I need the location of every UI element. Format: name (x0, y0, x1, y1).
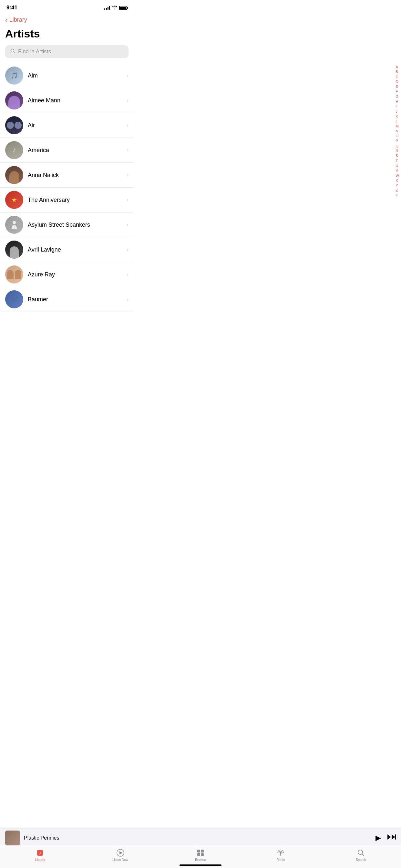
chevron-right-icon: › (127, 297, 128, 302)
artist-row-baumer[interactable]: 🎶Baumer› (0, 287, 134, 312)
artist-avatar-aimee (5, 91, 23, 110)
back-label: Library (9, 17, 27, 23)
artist-row-america[interactable]: ♪America› (0, 138, 134, 163)
search-placeholder: Find in Artists (18, 49, 51, 55)
chevron-right-icon: › (127, 247, 128, 252)
artist-avatar-america: ♪ (5, 141, 23, 159)
artist-row-anna[interactable]: Anna Nalick› (0, 163, 134, 188)
chevron-right-icon: › (127, 97, 128, 103)
artist-name-aimee: Aimee Mann (28, 97, 127, 104)
wifi-icon (112, 5, 117, 10)
artist-row-anniversary[interactable]: ★The Anniversary› (0, 188, 134, 213)
chevron-right-icon: › (127, 197, 128, 203)
artist-name-anniversary: The Anniversary (28, 197, 127, 204)
artist-avatar-baumer: 🎶 (5, 290, 23, 308)
artist-name-anna: Anna Nalick (28, 172, 127, 179)
artist-name-avril: Avril Lavigne (28, 246, 127, 253)
artist-name-aim: Aim (28, 72, 127, 79)
artist-avatar-aim: 🎵 (5, 66, 23, 85)
artist-avatar-air (5, 116, 23, 134)
chevron-right-icon: › (127, 272, 128, 277)
back-button[interactable]: ‹ Library (0, 13, 134, 26)
artist-row-azure[interactable]: Azure Ray› (0, 262, 134, 287)
artist-row-aimee[interactable]: Aimee Mann› (0, 88, 134, 113)
search-bar-container: Find in Artists (0, 45, 134, 63)
artist-avatar-azure (5, 266, 23, 283)
chevron-right-icon: › (127, 122, 128, 128)
chevron-right-icon: › (127, 147, 128, 153)
svg-line-1 (14, 52, 15, 53)
artist-avatar-asylum (5, 216, 23, 234)
artist-name-america: America (28, 147, 127, 154)
artists-list: 🎵Aim›Aimee Mann›Air›♪America›Anna Nalick… (0, 63, 134, 351)
chevron-right-icon: › (127, 222, 128, 228)
artist-avatar-avril (5, 241, 23, 259)
artist-name-baumer: Baumer (28, 296, 127, 303)
artist-name-azure: Azure Ray (28, 271, 127, 278)
status-time: 9:41 (6, 4, 18, 11)
artist-avatar-anna (5, 166, 23, 184)
status-bar: 9:41 (0, 0, 134, 13)
chevron-right-icon: › (127, 73, 128, 79)
search-bar[interactable]: Find in Artists (5, 45, 128, 58)
artist-row-asylum[interactable]: Asylum Street Spankers› (0, 213, 134, 237)
chevron-right-icon: › (127, 172, 128, 178)
battery-icon (119, 6, 127, 10)
artist-row-aim[interactable]: 🎵Aim› (0, 63, 134, 88)
page-title: Artists (0, 26, 134, 45)
artist-name-air: Air (28, 122, 127, 129)
search-icon (10, 49, 16, 55)
artist-row-avril[interactable]: Avril Lavigne› (0, 237, 134, 262)
artist-avatar-anniversary: ★ (5, 191, 23, 209)
artist-row-air[interactable]: Air› (0, 113, 134, 138)
signal-strength-icon (104, 6, 110, 10)
back-chevron-icon: ‹ (5, 16, 7, 24)
svg-point-2 (12, 221, 16, 224)
status-icons (104, 5, 127, 10)
artist-name-asylum: Asylum Street Spankers (28, 221, 127, 228)
